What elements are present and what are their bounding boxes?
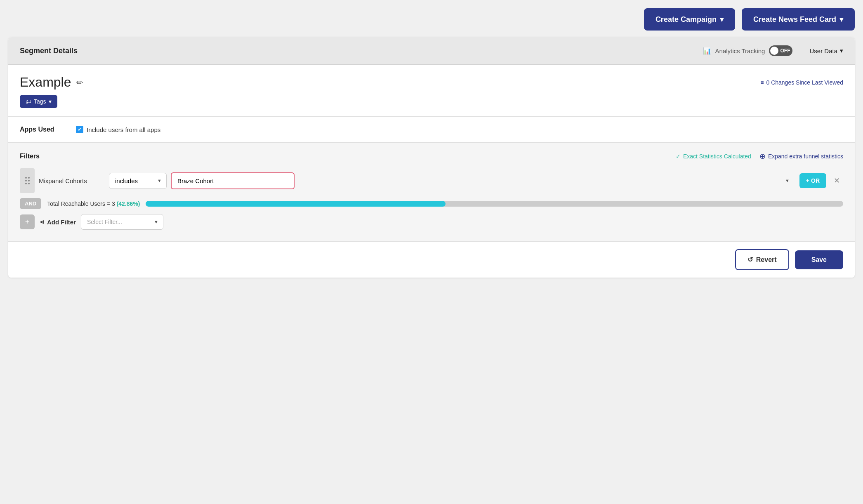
edit-segment-name-icon[interactable]: ✏ <box>76 78 83 87</box>
expand-funnel-plus-icon: ⊕ <box>759 152 766 161</box>
add-filter-plus-icon[interactable]: + <box>20 214 35 229</box>
filters-header-right: ✓ Exact Statistics Calculated ⊕ Expand e… <box>676 152 843 161</box>
changes-since-viewed-link[interactable]: ≡ 0 Changes Since Last Viewed <box>760 79 843 86</box>
expand-funnel[interactable]: ⊕ Expand extra funnel statistics <box>759 152 843 161</box>
apps-used-section: Apps Used Include users from all apps <box>8 117 855 143</box>
top-bar: Create Campaign ▾ Create News Feed Card … <box>8 8 855 31</box>
apps-used-label: Apps Used <box>20 126 69 133</box>
drag-handle-0[interactable] <box>20 168 35 193</box>
create-campaign-button[interactable]: Create Campaign ▾ <box>644 8 735 31</box>
main-card: Segment Details 📊 Analytics Tracking OFF… <box>8 37 855 278</box>
user-data-chevron-icon: ▾ <box>840 47 843 54</box>
include-all-apps-row: Include users from all apps <box>76 126 160 133</box>
segment-name-left: Example ✏ <box>20 75 83 90</box>
segment-name-section: Example ✏ ≡ 0 Changes Since Last Viewed … <box>8 65 855 117</box>
progress-bar-track <box>146 201 843 207</box>
revert-button[interactable]: ↺ Revert <box>735 249 789 270</box>
select-filter-wrapper: Select Filter... <box>81 214 163 230</box>
analytics-tracking-label: Analytics Tracking <box>715 47 765 54</box>
segment-header: Segment Details 📊 Analytics Tracking OFF… <box>8 37 855 65</box>
bar-chart-icon: 📊 <box>703 47 711 55</box>
segment-header-right: 📊 Analytics Tracking OFF User Data ▾ <box>703 45 843 57</box>
filter-name-0: Mixpanel Cohorts <box>39 177 105 184</box>
analytics-tracking: 📊 Analytics Tracking OFF <box>703 45 793 56</box>
list-icon: ≡ <box>760 79 764 86</box>
toggle-off-label: OFF <box>780 48 790 54</box>
include-all-apps-checkbox[interactable] <box>76 126 83 133</box>
create-campaign-label: Create Campaign <box>656 15 717 24</box>
toggle-knob <box>770 47 778 55</box>
reachable-users-label: Total Reachable Users = 3 (42.86%) <box>47 200 140 207</box>
filters-header: Filters ✓ Exact Statistics Calculated ⊕ … <box>20 152 843 161</box>
delete-filter-button-0[interactable]: ✕ <box>830 174 843 187</box>
add-filter-text: Add Filter <box>47 219 76 226</box>
revert-label: Revert <box>756 256 777 264</box>
filter-operator-wrapper-0: includes <box>109 173 167 189</box>
save-label: Save <box>811 256 827 263</box>
or-plus-icon: + <box>806 177 809 184</box>
filters-section: Filters ✓ Exact Statistics Calculated ⊕ … <box>8 143 855 242</box>
segment-details-title: Segment Details <box>20 47 78 55</box>
tags-button[interactable]: 🏷 Tags ▾ <box>20 95 57 108</box>
tags-row: 🏷 Tags ▾ <box>20 95 843 108</box>
create-news-feed-button[interactable]: Create News Feed Card ▾ <box>742 8 855 31</box>
create-campaign-chevron-icon: ▾ <box>720 15 724 24</box>
and-stats-row: AND Total Reachable Users = 3 (42.86%) <box>20 198 843 209</box>
user-data-label: User Data <box>809 47 837 54</box>
segment-name: Example <box>20 75 71 90</box>
expand-funnel-label: Expand extra funnel statistics <box>768 153 843 160</box>
funnel-icon: ⊲ <box>40 219 45 225</box>
select-filter-dropdown[interactable]: Select Filter... <box>81 214 163 230</box>
filter-value-select-0[interactable]: Braze Cohort <box>171 172 295 189</box>
tags-chevron-icon: ▾ <box>49 98 52 105</box>
include-all-apps-label[interactable]: Include users from all apps <box>87 126 160 133</box>
exact-stats-label: Exact Statistics Calculated <box>683 153 751 160</box>
footer-section: ↺ Revert Save <box>8 242 855 278</box>
create-news-feed-label: Create News Feed Card <box>753 15 836 24</box>
filter-row-0: Mixpanel Cohorts includes Braze Cohort +… <box>20 168 843 193</box>
tags-label: Tags <box>34 98 46 105</box>
or-label: OR <box>811 177 820 184</box>
filter-operator-select-0[interactable]: includes <box>109 173 167 189</box>
reachable-pct: (42.86%) <box>117 200 140 207</box>
add-filter-row: + ⊲ Add Filter Select Filter... <box>20 214 843 230</box>
filters-title: Filters <box>20 153 40 160</box>
add-filter-label: ⊲ Add Filter <box>40 219 76 226</box>
revert-icon: ↺ <box>747 256 753 264</box>
create-news-feed-chevron-icon: ▾ <box>839 15 843 24</box>
drag-dots-0 <box>25 177 30 184</box>
tag-icon: 🏷 <box>26 98 31 105</box>
header-divider <box>801 45 801 57</box>
segment-header-left: Segment Details <box>20 47 78 55</box>
exact-stats: ✓ Exact Statistics Calculated <box>676 153 751 160</box>
save-button[interactable]: Save <box>795 250 843 269</box>
segment-name-row: Example ✏ ≡ 0 Changes Since Last Viewed <box>20 75 843 90</box>
filter-value-wrapper-0: Braze Cohort <box>171 172 795 189</box>
exact-stats-check-icon: ✓ <box>676 153 681 160</box>
or-button-0[interactable]: + OR <box>799 173 826 188</box>
progress-bar-fill <box>146 201 446 207</box>
user-data-button[interactable]: User Data ▾ <box>809 47 843 54</box>
analytics-toggle[interactable]: OFF <box>769 45 792 56</box>
and-badge: AND <box>20 198 41 209</box>
changes-label: 0 Changes Since Last Viewed <box>766 79 843 86</box>
